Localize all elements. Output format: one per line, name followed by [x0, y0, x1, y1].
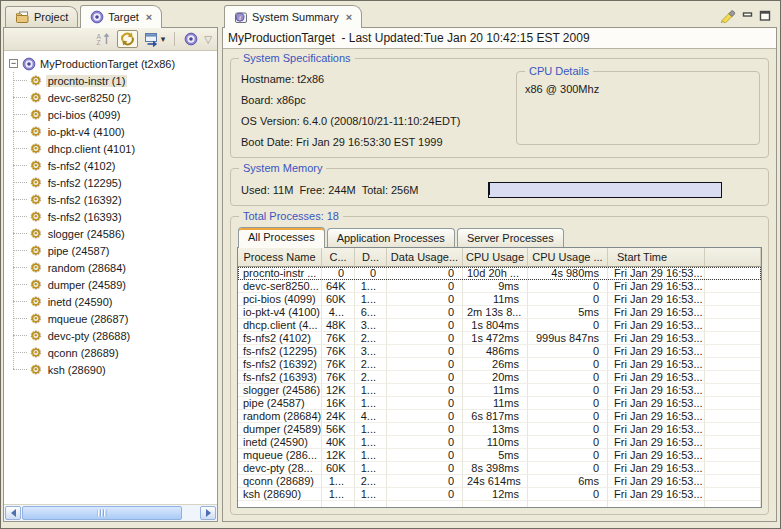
cell-blank: [705, 267, 761, 280]
view-action-icons: [720, 8, 777, 27]
column-header-data-usage-short[interactable]: D...: [355, 248, 387, 267]
table-row[interactable]: fs-nfs2 (12295) 76K 3... 0 486ms 0 Fri J…: [238, 345, 761, 358]
column-header-cpu-usage[interactable]: CPU Usage: [463, 248, 528, 267]
maximize-button[interactable]: [759, 10, 771, 21]
column-header-start-time[interactable]: Start Time: [608, 248, 705, 267]
table-row[interactable]: inetd (24590) 40K 1... 0 110ms 0 Fri Jan…: [238, 436, 761, 449]
tree-item-label: inetd (24590): [46, 296, 115, 308]
tree-item[interactable]: ⚙ fs-nfs2 (12295): [4, 174, 217, 191]
cell-code-usage: 12K: [322, 449, 355, 462]
scroll-left-button[interactable]: [5, 506, 21, 520]
column-header-cpu-usage-2[interactable]: CPU Usage ...: [528, 248, 608, 267]
maximize-icon: [759, 10, 771, 21]
column-header-data-usage[interactable]: Data Usage...: [387, 248, 463, 267]
table-row[interactable]: slogger (24586) 12K 1... 0 11ms 0 Fri Ja…: [238, 384, 761, 397]
view-menu-icon[interactable]: ▽: [204, 34, 212, 45]
cell-data-usage-short: 1...: [355, 436, 387, 449]
table-row[interactable]: fs-nfs2 (16392) 76K 2... 0 26ms 0 Fri Ja…: [238, 358, 761, 371]
system-memory-group: System Memory Used: 11M Free: 244M Total…: [230, 168, 769, 206]
tree-item[interactable]: ⚙ dumper (24589): [4, 276, 217, 293]
process-tab[interactable]: Application Processes: [327, 228, 455, 247]
table-row[interactable]: ksh (28690) 1... 1... 0 12ms 0 Fri Jan 2…: [238, 488, 761, 501]
cell-cpu-usage: 24s 614ms: [463, 475, 528, 488]
scrollbar-track[interactable]: [182, 505, 199, 521]
tree-item[interactable]: ⚙ inetd (24590): [4, 293, 217, 310]
table-row[interactable]: devc-ser8250... 64K 1... 0 9ms 0 Fri Jan…: [238, 280, 761, 293]
table-row[interactable]: dhcp.client (4... 48K 3... 0 1s 804ms 0 …: [238, 319, 761, 332]
tree-item[interactable]: ⚙ pipe (24587): [4, 242, 217, 259]
scroll-right-button[interactable]: [200, 506, 216, 520]
process-table: Process Name C... D... Data Usage... CPU…: [238, 248, 761, 508]
tree-item-label: devc-ser8250 (2): [46, 92, 133, 104]
cell-code-usage: 40K: [322, 436, 355, 449]
tree-item[interactable]: ⚙ fs-nfs2 (16392): [4, 191, 217, 208]
table-row[interactable]: fs-nfs2 (16393) 76K 2... 0 20ms 0 Fri Ja…: [238, 371, 761, 384]
cell-process-name: pipe (24587): [238, 397, 322, 410]
table-row[interactable]: [238, 501, 761, 508]
tree-item[interactable]: ⚙ devc-ser8250 (2): [4, 89, 217, 106]
system-specifications-title: System Specifications: [239, 52, 355, 64]
close-icon[interactable]: ×: [346, 11, 352, 23]
table-row[interactable]: pci-bios (4099) 60K 1... 0 11ms 0 Fri Ja…: [238, 293, 761, 306]
horizontal-scrollbar[interactable]: [4, 504, 217, 521]
tree-item[interactable]: ⚙ io-pkt-v4 (4100): [4, 123, 217, 140]
cell-data-usage-short: 4...: [355, 410, 387, 423]
target-tool-button[interactable]: [181, 30, 201, 48]
tree-item[interactable]: ⚙ fs-nfs2 (4102): [4, 157, 217, 174]
minimize-button[interactable]: [742, 10, 754, 21]
tree-item[interactable]: ⚙ fs-nfs2 (16393): [4, 208, 217, 225]
tab-target[interactable]: Target ×: [80, 5, 162, 28]
table-row[interactable]: procnto-instr ... 0 0 0 10d 20h ... 4s 9…: [238, 267, 761, 280]
tree-item[interactable]: ⚙ slogger (24586): [4, 225, 217, 242]
table-row[interactable]: dumper (24589) 56K 1... 0 13ms 0 Fri Jan…: [238, 423, 761, 436]
table-row[interactable]: qconn (28689) 1... 2... 0 24s 614ms 6ms …: [238, 475, 761, 488]
tree-item[interactable]: ⚙ pci-bios (4099): [4, 106, 217, 123]
new-target-connection-button[interactable]: ▾: [141, 30, 169, 49]
cell-data-usage: 0: [387, 462, 463, 475]
column-header-process-name[interactable]: Process Name: [238, 248, 322, 267]
process-table-body: procnto-instr ... 0 0 0 10d 20h ... 4s 9…: [238, 267, 761, 508]
tab-system-summary[interactable]: i System Summary ×: [224, 5, 362, 28]
tree-item[interactable]: ⚙ qconn (28689): [4, 344, 217, 361]
process-tab[interactable]: All Processes: [238, 227, 325, 248]
cell-code-usage: 60K: [322, 293, 355, 306]
cell-cpu-usage-2: 0: [528, 449, 608, 462]
table-row[interactable]: fs-nfs2 (4102) 76K 2... 0 1s 472ms 999us…: [238, 332, 761, 345]
close-icon[interactable]: ×: [146, 11, 152, 23]
cell-cpu-usage: 2m 13s 8...: [463, 306, 528, 319]
tree-item[interactable]: ⚙ random (28684): [4, 259, 217, 276]
tree-item[interactable]: ⚙ dhcp.client (4101): [4, 140, 217, 157]
tree-item[interactable]: ⚙ devc-pty (28688): [4, 327, 217, 344]
cell-code-usage: [322, 501, 355, 508]
column-header-code-usage[interactable]: C...: [322, 248, 355, 267]
tab-project[interactable]: Project: [5, 6, 78, 27]
tree-item[interactable]: ⚙ mqueue (28687): [4, 310, 217, 327]
cell-process-name: ksh (28690): [238, 488, 322, 501]
scrollbar-thumb[interactable]: [22, 506, 182, 520]
left-arrow-icon: [7, 509, 16, 517]
system-specifications-group: System Specifications Hostname: t2x86 Bo…: [230, 58, 769, 158]
refresh-button[interactable]: [117, 30, 138, 48]
table-row[interactable]: pipe (24587) 16K 1... 0 11ms 0 Fri Jan 2…: [238, 397, 761, 410]
cell-blank: [705, 488, 761, 501]
table-row[interactable]: devc-pty (28... 60K 1... 0 8s 398ms 0 Fr…: [238, 462, 761, 475]
tree-item-label: devc-pty (28688): [46, 330, 133, 342]
sort-az-button[interactable]: A Z: [92, 30, 114, 48]
tree-root-item[interactable]: − MyProductionTarget (t2x86): [4, 55, 217, 72]
tree-item-label: mqueue (28687): [46, 313, 131, 325]
table-row[interactable]: mqueue (286... 12K 1... 0 5ms 0 Fri Jan …: [238, 449, 761, 462]
tree-item[interactable]: ⚙ procnto-instr (1): [4, 72, 217, 89]
collapse-expander-icon[interactable]: −: [9, 59, 18, 68]
log-highlight-button[interactable]: [720, 8, 737, 23]
process-tabs: All Processes Application Processes Serv…: [237, 225, 762, 247]
cell-start-time: Fri Jan 29 16:53...: [608, 475, 705, 488]
svg-text:Z: Z: [96, 39, 100, 46]
cell-code-usage: 48K: [322, 319, 355, 332]
dropdown-caret-icon[interactable]: ▾: [161, 34, 166, 44]
tree-item[interactable]: ⚙ ksh (28690): [4, 361, 217, 378]
table-row[interactable]: random (28684) 24K 4... 0 6s 817ms 0 Fri…: [238, 410, 761, 423]
system-summary-view: MyProductionTarget - Last Updated:Tue Ja…: [222, 27, 777, 522]
table-row[interactable]: io-pkt-v4 (4100) 4... 6... 0 2m 13s 8...…: [238, 306, 761, 319]
target-tree: − MyProductionTarget (t2x86) ⚙: [4, 51, 217, 504]
process-tab[interactable]: Server Processes: [457, 228, 564, 247]
